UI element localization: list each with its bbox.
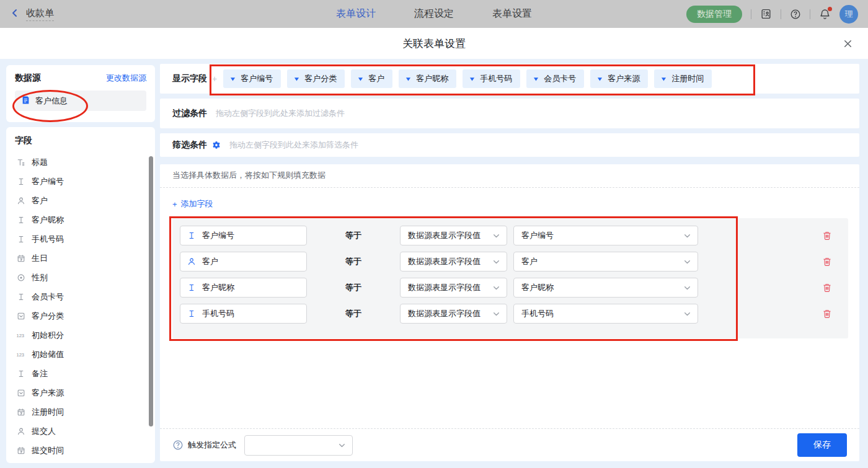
back-button[interactable] bbox=[10, 8, 20, 20]
field-item-label: 手机号码 bbox=[32, 234, 64, 245]
field-list-item[interactable]: 123 初始积分 bbox=[15, 325, 155, 345]
text-field-icon bbox=[16, 293, 26, 301]
caret-down-icon bbox=[469, 76, 475, 82]
screen-condition-row[interactable]: 筛选条件 拖动左侧字段到此处来添加筛选条件 bbox=[160, 133, 859, 157]
field-list-item[interactable]: 会员卡号 bbox=[15, 287, 155, 306]
plus-icon: + bbox=[172, 200, 177, 209]
chevron-down-icon bbox=[683, 258, 691, 266]
filter-condition-row[interactable]: 过滤条件 拖动左侧字段到此处来添加过滤条件 bbox=[160, 99, 859, 128]
caret-down-icon bbox=[358, 76, 363, 82]
rule-value-select[interactable]: 客户编号 bbox=[513, 226, 698, 245]
rule-field-label: 手机号码 bbox=[202, 308, 234, 319]
trash-icon[interactable] bbox=[822, 231, 832, 241]
contacts-book-icon[interactable] bbox=[760, 8, 772, 20]
field-list-item[interactable]: 标题 bbox=[15, 152, 155, 172]
radio-field-icon bbox=[16, 273, 26, 282]
datasource-item[interactable]: 客户信息 bbox=[15, 91, 146, 111]
modal-title: 关联表单设置 bbox=[402, 37, 466, 51]
display-field-tag[interactable]: 手机号码 bbox=[463, 69, 520, 88]
field-list-item[interactable]: 客户分类 bbox=[15, 306, 155, 325]
add-field-button[interactable]: + 添加字段 bbox=[172, 198, 859, 210]
select-field-icon bbox=[16, 389, 26, 397]
field-list-item[interactable]: 注册时间 bbox=[15, 402, 155, 422]
avatar[interactable]: 理 bbox=[839, 5, 858, 24]
field-list-item[interactable]: 提交时间 bbox=[15, 441, 155, 460]
field-item-label: 初始储值 bbox=[32, 349, 64, 360]
fields-card: 字段 标题 客户编号 客户 客户昵称 手机号码 生日 性别 会员卡号 客户分类 … bbox=[6, 127, 155, 463]
field-item-label: 客户 bbox=[32, 195, 48, 206]
datasource-title: 数据源 bbox=[15, 73, 41, 84]
number-field-icon: 123 bbox=[16, 331, 26, 339]
fill-rules-panel: 当选择具体数据后，将按如下规则填充数据 + 添加字段 客户编号 等于 数据源表显… bbox=[160, 164, 859, 461]
tab-form-settings[interactable]: 表单设置 bbox=[492, 7, 532, 20]
display-field-tag[interactable]: 注册时间 bbox=[654, 69, 712, 88]
display-field-tag[interactable]: 客户分类 bbox=[287, 69, 345, 88]
tab-workflow-settings[interactable]: 流程设定 bbox=[414, 7, 454, 20]
rule-field-box[interactable]: 手机号码 bbox=[180, 304, 307, 324]
change-datasource-link[interactable]: 更改数据源 bbox=[106, 73, 146, 84]
rule-operator: 等于 bbox=[345, 308, 368, 319]
rule-rows-block: 客户编号 等于 数据源表显示字段值 客户编号 客户 等于 数据源表显示字段值 客… bbox=[172, 218, 848, 338]
display-fields-row: 显示字段 + 客户编号 客户分类 客户 客户昵称 手机号码 会员卡号 客户来源 … bbox=[160, 64, 859, 94]
display-field-tag[interactable]: 客户来源 bbox=[590, 69, 648, 88]
rule-source-select[interactable]: 数据源表显示字段值 bbox=[400, 252, 507, 272]
field-list-item[interactable]: 123 初始储值 bbox=[15, 345, 155, 364]
screen-condition-label: 筛选条件 bbox=[172, 139, 207, 151]
caret-down-icon bbox=[533, 76, 539, 82]
scrollbar-thumb[interactable] bbox=[149, 156, 153, 426]
field-item-label: 标题 bbox=[32, 157, 48, 168]
text-field-icon bbox=[16, 177, 26, 186]
field-list-item[interactable]: 客户昵称 bbox=[15, 210, 155, 229]
display-field-tag[interactable]: 客户编号 bbox=[223, 69, 281, 88]
svg-text:123: 123 bbox=[16, 352, 24, 358]
chevron-down-icon bbox=[492, 258, 500, 266]
field-list-item[interactable]: 性别 bbox=[15, 268, 155, 287]
rule-field-box[interactable]: 客户编号 bbox=[180, 226, 307, 245]
field-item-label: 备注 bbox=[32, 368, 48, 379]
rule-source-select[interactable]: 数据源表显示字段值 bbox=[400, 226, 507, 245]
display-field-tag[interactable]: 客户 bbox=[351, 69, 392, 88]
display-field-tag[interactable]: 会员卡号 bbox=[526, 69, 584, 88]
field-list-item[interactable]: 备注 bbox=[15, 364, 155, 383]
rule-value-select[interactable]: 客户昵称 bbox=[513, 278, 698, 298]
trash-icon[interactable] bbox=[822, 257, 832, 267]
trash-icon[interactable] bbox=[822, 309, 832, 319]
field-list: 标题 客户编号 客户 客户昵称 手机号码 生日 性别 会员卡号 客户分类 123… bbox=[15, 152, 155, 460]
user-field-icon bbox=[16, 427, 26, 436]
gear-icon[interactable] bbox=[212, 141, 221, 149]
form-name[interactable]: 收款单 bbox=[26, 7, 54, 21]
help-circle-icon[interactable] bbox=[172, 439, 184, 451]
formula-select[interactable] bbox=[244, 435, 353, 456]
field-list-item[interactable]: 提交人 bbox=[15, 422, 155, 441]
rule-value-select[interactable]: 客户 bbox=[513, 252, 698, 272]
help-icon[interactable] bbox=[790, 9, 801, 20]
display-field-tag[interactable]: 客户昵称 bbox=[399, 69, 456, 88]
data-manage-button[interactable]: 数据管理 bbox=[686, 6, 742, 23]
save-button[interactable]: 保存 bbox=[797, 433, 847, 457]
rule-field-label: 客户 bbox=[202, 256, 218, 267]
rule-source-select[interactable]: 数据源表显示字段值 bbox=[400, 304, 507, 324]
trash-icon[interactable] bbox=[822, 283, 832, 293]
fields-title: 字段 bbox=[15, 135, 155, 146]
fill-rules-header: 当选择具体数据后，将按如下规则填充数据 bbox=[160, 164, 859, 188]
date-field-icon bbox=[16, 254, 26, 263]
text-field-icon bbox=[187, 231, 196, 240]
number-field-icon: 123 bbox=[16, 350, 26, 358]
rule-field-box[interactable]: 客户昵称 bbox=[180, 278, 307, 298]
notification-bell-icon[interactable] bbox=[819, 8, 831, 20]
rule-value-select[interactable]: 手机号码 bbox=[513, 304, 698, 324]
rule-source-select[interactable]: 数据源表显示字段值 bbox=[400, 278, 507, 298]
rule-field-box[interactable]: 客户 bbox=[180, 252, 307, 272]
field-list-item[interactable]: 客户 bbox=[15, 191, 155, 210]
field-list-item[interactable]: 客户编号 bbox=[15, 172, 155, 191]
field-list-item[interactable]: 客户来源 bbox=[15, 383, 155, 402]
display-field-tag-label: 客户编号 bbox=[241, 73, 273, 84]
rule-row: 手机号码 等于 数据源表显示字段值 手机号码 bbox=[172, 304, 848, 324]
field-item-label: 客户来源 bbox=[32, 387, 64, 399]
field-list-item[interactable]: 生日 bbox=[15, 249, 155, 268]
tab-form-design[interactable]: 表单设计 bbox=[336, 7, 376, 20]
field-list-item[interactable]: 手机号码 bbox=[15, 229, 155, 249]
close-icon[interactable] bbox=[843, 38, 853, 49]
field-item-label: 初始积分 bbox=[32, 330, 64, 341]
caret-down-icon bbox=[294, 76, 299, 82]
